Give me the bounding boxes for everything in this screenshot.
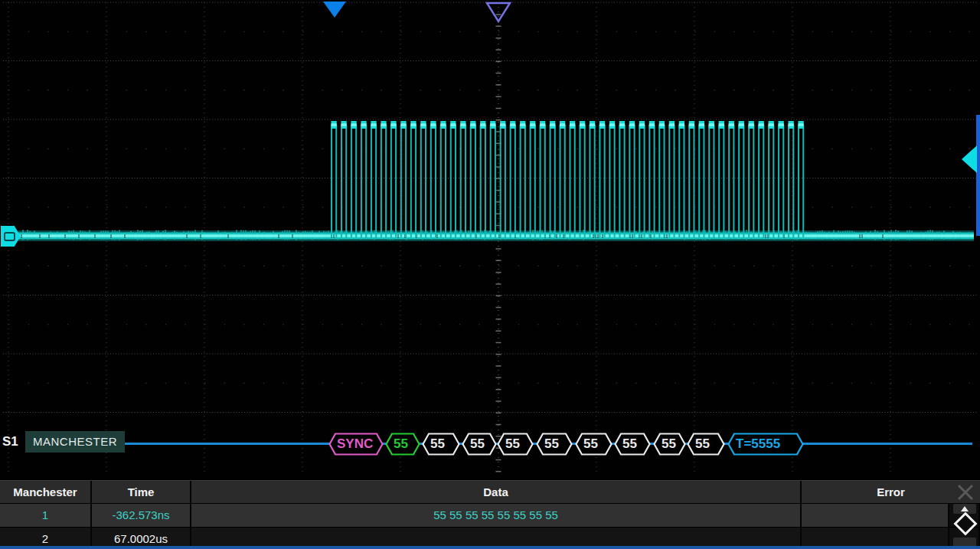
close-icon[interactable] <box>956 482 975 502</box>
table-scroll-widget <box>949 504 980 549</box>
decode-bubble-byte: 55 <box>497 433 534 456</box>
bubble-text: 55 <box>394 436 408 452</box>
oscilloscope-screen: S1 MANCHESTER SYNC 55 55 55 55 55 55 55 … <box>0 0 980 549</box>
bubble-text: 55 <box>470 436 485 452</box>
bubble-text: 55 <box>622 436 637 452</box>
bubble-text: 55 <box>662 436 676 452</box>
decode-bubble-frame-value: T=5555 <box>727 433 804 456</box>
column-header-time: Time <box>92 481 191 503</box>
decode-bubble-byte: 55 <box>536 433 573 456</box>
column-header-manchester: Manchester <box>0 481 92 503</box>
bubble-text: SYNC <box>337 436 373 452</box>
waveform-display: S1 MANCHESTER SYNC 55 55 55 55 55 55 55 … <box>0 0 980 479</box>
cell-index: 1 <box>0 504 92 527</box>
decode-bubble-byte: 55 <box>422 433 460 456</box>
decode-source-label: S1 <box>2 434 18 449</box>
cell-data: 55 55 55 55 55 55 55 55 <box>191 504 802 527</box>
table-header-row: Manchester Time Data Error <box>0 480 980 503</box>
column-header-error: Error <box>802 481 980 503</box>
bubble-text: 55 <box>583 436 598 452</box>
bubble-text: T=5555 <box>736 436 780 452</box>
table-row[interactable]: 1 -362.573ns 55 55 55 55 55 55 55 55 <box>0 503 980 527</box>
bubble-text: 55 <box>430 436 445 452</box>
cell-time: -362.573ns <box>92 504 191 527</box>
decode-bubble-byte: 55 <box>614 433 651 456</box>
decode-bubble-sync: SYNC <box>328 433 384 456</box>
trigger-position-marker[interactable] <box>323 2 346 18</box>
bubble-text: 55 <box>505 436 520 452</box>
decode-bubble-byte: 55 <box>687 433 725 456</box>
bottom-accent-line <box>0 546 980 549</box>
decode-bubble-byte: 55 <box>385 433 420 456</box>
column-header-data: Data <box>191 481 802 503</box>
move-diamond-icon[interactable] <box>953 511 977 535</box>
decode-result-table: Manchester Time Data Error 1 -362.573ns … <box>0 480 980 549</box>
trigger-level-strip <box>976 115 980 236</box>
bubble-text: 55 <box>695 436 710 452</box>
decode-bubble-byte: 55 <box>575 433 612 456</box>
trigger-reference-marker[interactable] <box>485 1 512 24</box>
cell-error <box>802 504 949 527</box>
bubble-text: 55 <box>544 436 559 452</box>
decode-protocol-label[interactable]: MANCHESTER <box>25 431 125 453</box>
decode-bubble-byte: 55 <box>653 433 686 456</box>
decode-bubble-byte: 55 <box>462 433 497 456</box>
graticule-and-trace <box>0 0 980 479</box>
trigger-level-marker[interactable] <box>962 145 977 173</box>
arrow-up-icon <box>961 506 969 511</box>
decode-bus-row: S1 MANCHESTER SYNC 55 55 55 55 55 55 55 … <box>0 429 980 461</box>
channel-glyph <box>4 232 15 241</box>
